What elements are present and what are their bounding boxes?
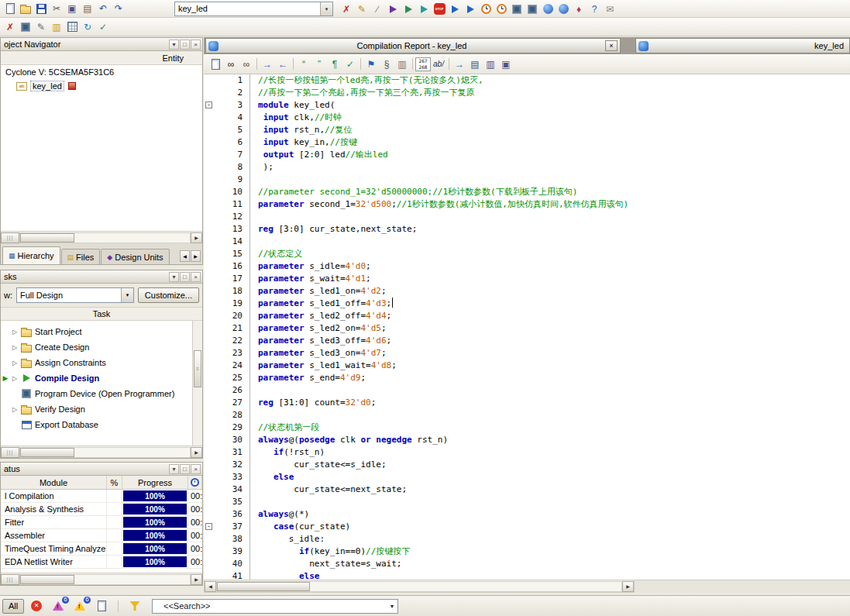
pad-view-icon[interactable]: ▥ — [49, 19, 64, 34]
tab-design-units[interactable]: ◆Design Units — [101, 249, 169, 264]
template-icon[interactable]: ▥ — [394, 57, 410, 71]
split-vertical-icon[interactable]: ▥ — [483, 57, 498, 71]
close-button[interactable]: × — [191, 272, 201, 282]
scrollbar-grip[interactable]: ||| — [1, 447, 19, 458]
tab-scroll-prev-button[interactable]: ◀ — [180, 250, 190, 262]
filter-icon[interactable] — [127, 599, 143, 614]
scrollbar-thumb[interactable] — [20, 575, 74, 584]
task-compile-design[interactable]: ▶▷Compile Design — [1, 370, 202, 386]
device-tree-item[interactable]: Cyclone V: 5CSEMA5F31C6 — [1, 65, 202, 79]
code-line[interactable]: 36always@(*) — [204, 508, 850, 521]
all-messages-button[interactable]: All — [2, 599, 24, 614]
code-line[interactable]: 39 if(key_in==0)//按键按下 — [204, 545, 850, 558]
fold-margin[interactable]: - — [204, 99, 215, 112]
indent-decrease-icon[interactable]: ← — [275, 57, 291, 71]
code-line[interactable]: 7 output [2:0] led//输出led — [204, 149, 850, 161]
code-line[interactable]: 29//状态机第一段 — [204, 422, 850, 434]
search-dropdown-arrow[interactable]: ▼ — [387, 604, 397, 609]
open-file-icon[interactable] — [18, 2, 33, 16]
code-line[interactable]: -37 case(cur_state) — [204, 521, 850, 533]
expand-arrow-icon[interactable]: ▷ — [10, 406, 19, 413]
programmer-icon[interactable] — [525, 2, 540, 16]
analysis-synthesis-icon[interactable] — [401, 2, 416, 16]
word-complete-icon[interactable]: ab/ — [431, 57, 446, 71]
code-line[interactable]: 33 else — [204, 471, 850, 484]
attach-icon[interactable]: § — [379, 57, 394, 71]
code-line[interactable]: 23parameter s_led3_on=4'd7; — [204, 347, 850, 360]
expand-arrow-icon[interactable]: ▷ — [10, 344, 19, 351]
help-icon[interactable]: ? — [587, 2, 602, 16]
code-line[interactable]: 9 — [204, 174, 850, 186]
editor-window-titlebar[interactable]: key_led — [635, 38, 850, 53]
rtl-viewer-icon[interactable] — [540, 2, 556, 16]
task-export-database[interactable]: Export Database — [1, 417, 202, 432]
line-counter[interactable]: 267268 — [415, 57, 431, 71]
pin-planner-icon[interactable] — [18, 19, 33, 34]
code-line[interactable]: 4 input clk,//时钟 — [204, 112, 850, 124]
device-settings-icon[interactable]: ✗ — [2, 19, 18, 34]
float-button[interactable]: □ — [180, 40, 190, 50]
bookmark-icon[interactable]: ⚑ — [363, 57, 379, 71]
stop-processing-icon[interactable]: ✗ — [339, 2, 354, 16]
paste-icon[interactable]: ▤ — [80, 2, 95, 16]
undo-icon[interactable]: ↶ — [95, 2, 111, 16]
code-line[interactable]: 28 — [204, 409, 850, 422]
message-search-box[interactable]: <<Search>> ▼ — [152, 599, 398, 614]
compilation-report-window-titlebar[interactable]: Compilation Report - key_led × — [205, 38, 621, 53]
comment-icon[interactable]: “ — [296, 57, 311, 71]
scroll-left-button[interactable]: ◀ — [205, 581, 216, 592]
pin-assignment-icon[interactable]: ✎ — [354, 2, 370, 16]
navigator-horizontal-scrollbar[interactable]: ||| ▶ — [1, 231, 202, 243]
code-line[interactable]: 13reg [3:0] cur_state,next_state; — [204, 223, 850, 236]
status-row-analysis-synthesis[interactable]: Analysis & Synthesis100%00:0 — [1, 503, 202, 516]
editor-horizontal-scrollbar[interactable]: ◀ ▶ — [204, 580, 635, 593]
code-line[interactable]: 1//长按一秒按钮第一个led亮,再按一下(无论按多久)熄灭, — [204, 74, 850, 87]
project-navigator-titlebar[interactable]: oject Navigator ▾ □ × — [1, 38, 202, 51]
code-line[interactable]: 22parameter s_led3_off=4'd6; — [204, 335, 850, 347]
uncomment-icon[interactable]: ” — [311, 57, 327, 71]
status-row-assembler[interactable]: Assembler100%00:0 — [1, 529, 202, 542]
code-line[interactable]: 11parameter second_1=32'd500;//1秒计数参数(减小… — [204, 198, 850, 211]
fold-collapse-icon[interactable]: - — [205, 523, 212, 530]
scrollbar-thumb[interactable] — [20, 448, 74, 457]
fitter-icon[interactable] — [416, 2, 432, 16]
pin-button[interactable]: ▾ — [169, 464, 179, 474]
code-line[interactable]: 25parameter s_end=4'd9; — [204, 372, 850, 384]
start-compilation-icon[interactable] — [385, 2, 401, 16]
status-row-fitter[interactable]: Fitter100%00:0 — [1, 516, 202, 529]
find-icon[interactable]: ∞ — [223, 57, 239, 71]
status-row-l-compilation[interactable]: l Compilation100%00:0 — [1, 490, 202, 503]
pin-button[interactable]: ▾ — [169, 272, 179, 282]
code-line[interactable]: 35 — [204, 496, 850, 508]
scroll-right-button[interactable]: ▶ — [191, 232, 202, 243]
entity-column-header[interactable]: Entity — [1, 51, 202, 65]
save-icon[interactable] — [33, 2, 49, 16]
task-create-design[interactable]: ▷Create Design — [1, 339, 202, 355]
status-titlebar[interactable]: atus ▾ □ × — [1, 463, 202, 476]
autocomplete-icon[interactable]: ✓ — [342, 57, 358, 71]
column-header-progress[interactable]: Progress — [122, 476, 188, 489]
code-line[interactable]: 8 ); — [204, 161, 850, 174]
tab-files[interactable]: ▤Files — [61, 249, 101, 264]
feedback-icon[interactable]: ✉ — [602, 2, 618, 16]
code-line[interactable]: 10//parameter second_1=32'd50000000;//1秒… — [204, 186, 850, 198]
tasks-titlebar[interactable]: sks ▾ □ × — [1, 270, 202, 284]
stop-icon[interactable]: STOP — [432, 2, 447, 16]
close-button[interactable]: × — [191, 464, 201, 474]
status-row-timequest-timing-analyzer[interactable]: TimeQuest Timing Analyzer100%00:0 — [1, 542, 202, 556]
entity-combobox[interactable]: key_led ▼ — [174, 2, 333, 16]
timequest-icon[interactable] — [478, 2, 494, 16]
code-line[interactable]: 24parameter s_led1_wait=4'd8; — [204, 360, 850, 372]
code-line[interactable]: 20parameter s_led2_off=4'd4; — [204, 310, 850, 322]
netlist-edit-icon[interactable]: ✎ — [33, 19, 49, 34]
find-next-icon[interactable]: ∞ — [239, 57, 254, 71]
scrollbar-track[interactable] — [19, 574, 191, 585]
scrollbar-track[interactable] — [19, 447, 191, 458]
code-line[interactable]: 32 cur_state<=s_idle; — [204, 459, 850, 471]
column-header-module[interactable]: Module — [1, 476, 107, 489]
copy-icon[interactable]: ▣ — [64, 2, 80, 16]
split-horizontal-icon[interactable]: ▤ — [467, 57, 483, 71]
code-line[interactable]: 15//状态定义 — [204, 248, 850, 260]
expand-arrow-icon[interactable]: ▷ — [10, 375, 19, 382]
code-line[interactable]: 2//再按一下第二个亮起,再按一下第三个亮,再按一下复原 — [204, 87, 850, 99]
